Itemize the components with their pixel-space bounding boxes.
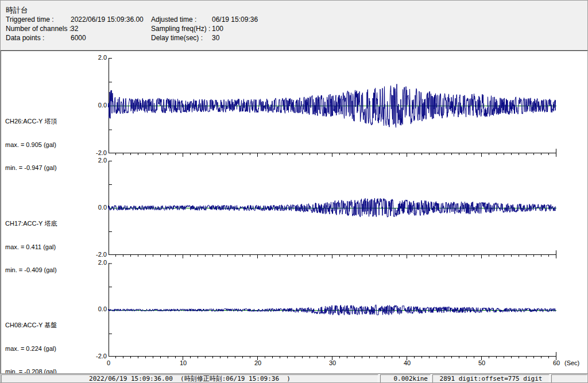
status-time-cell: 2022/06/19 15:09:36.00 (時刻修正時刻:06/19 15:… bbox=[1, 374, 378, 383]
waveform-panel-2 bbox=[108, 263, 558, 362]
channel-label-ch08: CH08:ACC-Y 基盤 max. = 0.224 (gal) min. = … bbox=[5, 306, 107, 383]
channel-label-ch17: CH17:ACC-Y 塔底 max. = 0.411 (gal) min. = … bbox=[5, 204, 107, 290]
app-title: 時計台 bbox=[6, 5, 28, 16]
app-window: 時計台 Triggered time : 2022/06/19 15:09:36… bbox=[0, 0, 588, 383]
data-points-label: Data points : bbox=[6, 34, 44, 42]
channel-min: min. = -0.947 (gal) bbox=[5, 164, 107, 172]
channel-max: max. = 0.224 (gal) bbox=[5, 345, 107, 353]
y-tick-2.0: 2.0 bbox=[84, 259, 107, 266]
waveform-panel-0 bbox=[108, 58, 558, 158]
sampling-freq-value: 100 bbox=[212, 25, 223, 33]
y-tick--2.0: -2.0 bbox=[84, 149, 107, 157]
channel-min: min. = -0.409 (gal) bbox=[5, 266, 107, 274]
adjusted-time-label: Adjusted time : bbox=[151, 16, 196, 24]
channel-name: CH26:ACC-Y 塔頂 bbox=[5, 118, 107, 126]
status-kine-cell: 0.002kine bbox=[380, 374, 431, 383]
y-tick--2.0: -2.0 bbox=[84, 251, 107, 258]
channel-max: max. = 0.905 (gal) bbox=[5, 141, 107, 149]
header-panel: 時計台 Triggered time : 2022/06/19 15:09:36… bbox=[1, 1, 588, 50]
y-tick-2.0: 2.0 bbox=[84, 54, 107, 61]
sampling-freq-label: Sampling freq(Hz) : bbox=[151, 25, 210, 33]
chart-area: CH26:ACC-Y 塔頂 max. = 0.905 (gal) min. = … bbox=[1, 50, 588, 373]
adjusted-time-value: 06/19 15:09:36 bbox=[212, 16, 258, 24]
channel-name: CH08:ACC-Y 基盤 bbox=[5, 322, 107, 330]
y-tick-0.0: 0.0 bbox=[84, 102, 107, 109]
delay-time-value: 30 bbox=[212, 34, 219, 42]
data-points-value: 6000 bbox=[71, 34, 86, 42]
channel-name: CH17:ACC-Y 塔底 bbox=[5, 220, 107, 228]
channel-max: max. = 0.411 (gal) bbox=[5, 243, 107, 252]
y-tick-0.0: 0.0 bbox=[84, 305, 107, 313]
waveform-trace bbox=[108, 198, 556, 217]
status-empty-cell bbox=[551, 374, 587, 383]
y-tick-2.0: 2.0 bbox=[84, 157, 107, 164]
waveform-trace bbox=[108, 305, 556, 315]
status-digit-cell: 2891 digit:offset=775 digit bbox=[432, 374, 550, 383]
status-bar: 2022/06/19 15:09:36.00 (時刻修正時刻:06/19 15:… bbox=[1, 373, 588, 383]
y-tick-0.0: 0.0 bbox=[84, 204, 107, 211]
delay-time-label: Delay time(sec) : bbox=[151, 34, 203, 42]
triggered-time-value: 2022/06/19 15:09:36.00 bbox=[71, 16, 144, 24]
x-axis-unit-label: (Sec) bbox=[564, 359, 579, 367]
num-channels-value: 32 bbox=[71, 25, 78, 33]
waveform-panel-1 bbox=[108, 161, 558, 260]
triggered-time-label: Triggered time : bbox=[6, 16, 54, 24]
channel-label-ch26: CH26:ACC-Y 塔頂 max. = 0.905 (gal) min. = … bbox=[5, 102, 107, 188]
num-channels-label: Number of channels : bbox=[6, 25, 71, 33]
